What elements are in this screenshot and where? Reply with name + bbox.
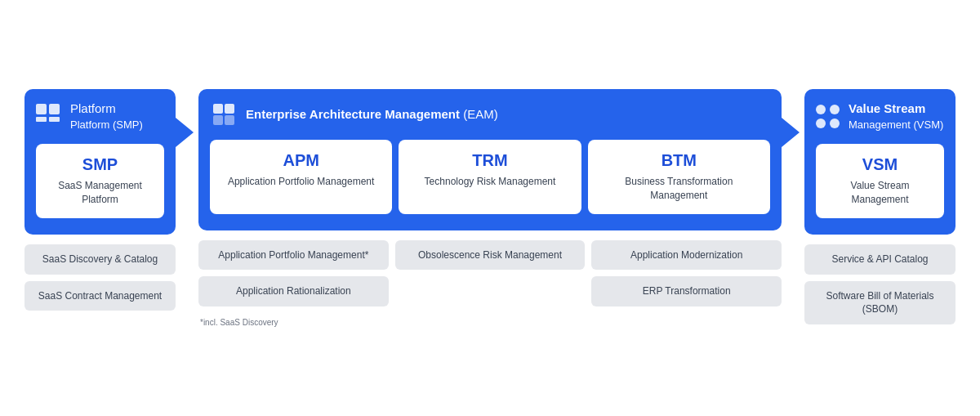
eam-header: Enterprise Architecture Management (EAM) [210, 101, 770, 128]
trm-features-col: Obsolescence Risk Management [395, 240, 586, 328]
smp-column: Platform Platform (SMP) SMP SaaS Managem… [24, 89, 176, 311]
arrow-smp-eam [176, 89, 198, 147]
apm-feature-1: Application Portfolio Management* [198, 240, 389, 271]
trm-abbr: TRM [407, 151, 572, 170]
vsm-card-desc: Value Stream Management [824, 179, 936, 207]
smp-title-normal: Platform (SMP) [70, 119, 143, 131]
eam-column: Enterprise Architecture Management (EAM)… [198, 89, 782, 327]
vsm-features: Service & API Catalog Software Bill of M… [804, 244, 956, 324]
smp-abbr: SMP [44, 155, 156, 174]
smp-feature-2: SaaS Contract Management [24, 281, 176, 311]
smp-header-text: Platform Platform (SMP) [70, 101, 143, 132]
trm-card: TRM Technology Risk Management [399, 140, 581, 214]
eam-cards-row: APM Application Portfolio Management TRM… [210, 140, 770, 214]
eam-panel: Enterprise Architecture Management (EAM)… [198, 89, 782, 230]
svg-rect-3 [225, 115, 234, 125]
btm-feature-2: ERP Transformation [591, 276, 782, 306]
vsm-abbr: VSM [824, 155, 936, 174]
smp-feature-1: SaaS Discovery & Catalog [24, 244, 176, 275]
btm-feature-1: Application Modernization [591, 240, 782, 271]
svg-rect-0 [213, 104, 223, 114]
smp-header: Platform Platform (SMP) [36, 101, 164, 132]
apm-feature-2: Application Rationalization [198, 276, 389, 306]
smp-icon [36, 104, 62, 130]
svg-rect-2 [213, 115, 223, 125]
btm-card: BTM Business Transformation Management [588, 140, 770, 214]
btm-features-col: Application Modernization ERP Transforma… [591, 240, 782, 328]
vsm-card: VSM Value Stream Management [816, 144, 944, 218]
apm-features-col: Application Portfolio Management* Applic… [198, 240, 389, 328]
eam-footnote: *incl. SaaS Discovery [198, 318, 389, 327]
eam-suffix: (EAM) [460, 107, 498, 121]
right-arrow-icon-2 [782, 118, 800, 147]
apm-card: APM Application Portfolio Management [210, 140, 392, 214]
smp-card: SMP SaaS Management Platform [36, 144, 164, 218]
eam-features-row: Application Portfolio Management* Applic… [198, 240, 782, 328]
right-arrow-icon [176, 118, 194, 147]
vsm-icon [816, 105, 840, 129]
vsm-feature-2: Software Bill of Materials (SBOM) [804, 281, 956, 325]
btm-desc: Business Transformation Management [596, 175, 762, 203]
smp-features: SaaS Discovery & Catalog SaaS Contract M… [24, 244, 176, 311]
vsm-feature-1: Service & API Catalog [804, 244, 956, 275]
trm-desc: Technology Risk Management [407, 175, 572, 189]
vsm-header: Value Stream Management (VSM) [816, 101, 944, 132]
btm-abbr: BTM [596, 151, 762, 170]
apm-abbr: APM [218, 151, 384, 170]
eam-title-bold: Enterprise Architecture Management [246, 107, 460, 121]
eam-header-text: Enterprise Architecture Management (EAM) [246, 106, 498, 123]
smp-panel: Platform Platform (SMP) SMP SaaS Managem… [24, 89, 176, 235]
vsm-title-bold: Value Stream [849, 101, 925, 115]
vsm-header-text: Value Stream Management (VSM) [849, 101, 943, 132]
trm-feature-1: Obsolescence Risk Management [395, 240, 586, 271]
eam-icon [210, 101, 238, 128]
svg-rect-1 [225, 104, 234, 114]
smp-card-desc: SaaS Management Platform [44, 179, 156, 207]
apm-desc: Application Portfolio Management [218, 175, 384, 189]
vsm-title2: Management (VSM) [849, 119, 943, 131]
arrow-eam-vsm [782, 89, 804, 147]
smp-title-bold: Platform [70, 101, 116, 115]
vsm-column: Value Stream Management (VSM) VSM Value … [804, 89, 956, 324]
vsm-panel: Value Stream Management (VSM) VSM Value … [804, 89, 956, 235]
